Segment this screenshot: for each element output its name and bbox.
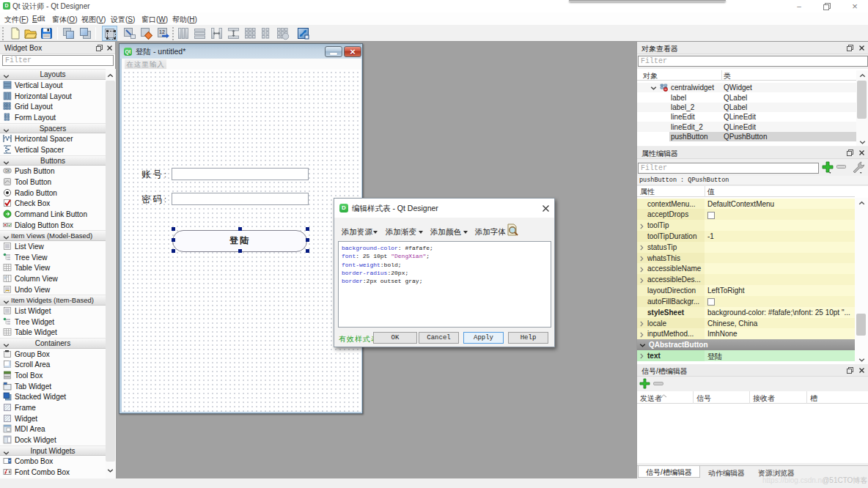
svg-text:OK: OK <box>5 169 10 173</box>
svg-text:12: 12 <box>159 29 165 34</box>
